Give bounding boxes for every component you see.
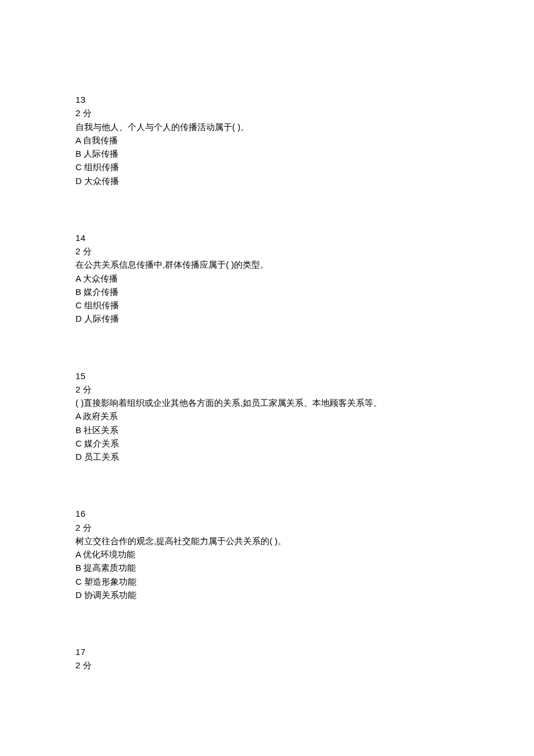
question-number: 14 bbox=[75, 231, 459, 244]
question-option: C 塑造形象功能 bbox=[75, 575, 459, 588]
question-number: 13 bbox=[75, 93, 459, 106]
question-option: B 人际传播 bbox=[75, 147, 459, 160]
question-option: A 大众传播 bbox=[75, 272, 459, 285]
question-stem: 树立交往合作的观念,提高社交能力属于公共关系的( )。 bbox=[75, 534, 459, 548]
question-option: B 媒介传播 bbox=[75, 285, 459, 298]
question-option: C 组织传播 bbox=[75, 298, 459, 312]
question-17: 17 2 分 bbox=[75, 645, 459, 672]
question-points: 2 分 bbox=[75, 521, 459, 534]
question-stem: ( )直接影响着组织或企业其他各方面的关系,如员工家属关系、本地顾客关系等。 bbox=[75, 396, 459, 409]
question-option: B 社区关系 bbox=[75, 423, 459, 437]
question-stem: 在公共关系信息传播中,群体传播应属于( )的类型。 bbox=[75, 258, 459, 271]
question-option: D 员工关系 bbox=[75, 450, 459, 463]
question-14: 14 2 分 在公共关系信息传播中,群体传播应属于( )的类型。 A 大众传播 … bbox=[75, 231, 459, 326]
question-option: A 优化环境功能 bbox=[75, 548, 459, 561]
question-option: B 提高素质功能 bbox=[75, 561, 459, 574]
question-option: C 媒介关系 bbox=[75, 437, 459, 450]
question-option: D 人际传播 bbox=[75, 312, 459, 325]
question-16: 16 2 分 树立交往合作的观念,提高社交能力属于公共关系的( )。 A 优化环… bbox=[75, 507, 459, 602]
question-option: D 大众传播 bbox=[75, 174, 459, 188]
question-stem: 自我与他人、个人与个人的传播活动属于( )。 bbox=[75, 120, 459, 134]
question-option: A 政府关系 bbox=[75, 409, 459, 423]
question-15: 15 2 分 ( )直接影响着组织或企业其他各方面的关系,如员工家属关系、本地顾… bbox=[75, 369, 459, 464]
question-points: 2 分 bbox=[75, 383, 459, 396]
question-points: 2 分 bbox=[75, 244, 459, 258]
question-13: 13 2 分 自我与他人、个人与个人的传播活动属于( )。 A 自我传播 B 人… bbox=[75, 93, 459, 188]
question-option: C 组织传播 bbox=[75, 160, 459, 174]
question-number: 16 bbox=[75, 507, 459, 520]
question-points: 2 分 bbox=[75, 658, 459, 672]
question-number: 17 bbox=[75, 645, 459, 658]
question-points: 2 分 bbox=[75, 106, 459, 120]
question-number: 15 bbox=[75, 369, 459, 383]
question-option: A 自我传播 bbox=[75, 134, 459, 147]
question-option: D 协调关系功能 bbox=[75, 588, 459, 602]
